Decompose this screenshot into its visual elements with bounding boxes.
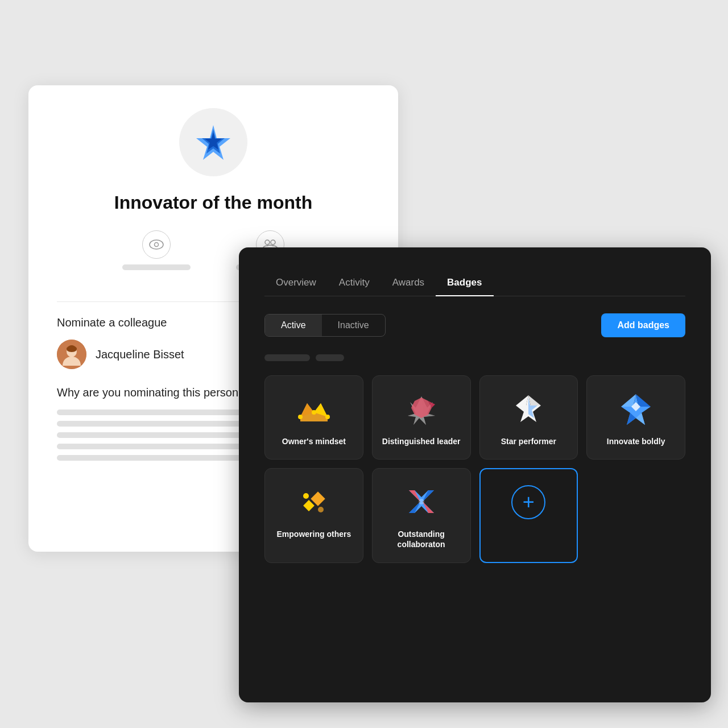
inactive-toggle[interactable]: Inactive [322,315,385,336]
tab-overview[interactable]: Overview [264,270,328,296]
arrows-cross-icon [403,485,440,521]
star-burst-icon [510,392,547,428]
svg-point-33 [318,507,324,512]
snowflake-icon [618,392,654,428]
svg-point-5 [265,240,270,245]
badge-label: Distinguished leader [382,436,461,446]
badge-avatar-circle [179,108,247,176]
tab-activity[interactable]: Activity [328,270,381,296]
tab-badges[interactable]: Badges [436,270,493,296]
controls-row: Active Inactive Add badges [264,313,685,337]
svg-point-12 [298,415,303,419]
toggle-group: Active Inactive [264,314,386,337]
svg-point-4 [155,243,159,247]
badge-empowering-others[interactable]: Empowering others [264,468,363,562]
svg-rect-30 [311,491,325,506]
svg-rect-31 [303,500,315,511]
badge-distinguished-leader[interactable]: Distinguished leader [372,375,471,460]
badge-label: Star performer [501,436,556,446]
filter-pill-1 [264,354,310,361]
svg-point-3 [150,240,163,249]
card-icon-eye [122,230,191,270]
active-toggle[interactable]: Active [265,315,322,336]
eye-icon [142,230,171,259]
badge-innovate-boldly[interactable]: Innovate boldly [586,375,685,460]
badges-grid: Owner's mindset Distinguished leader [264,375,685,563]
svg-point-39 [419,499,424,504]
badge-label: Innovate boldly [607,436,665,446]
person-name: Jacqueline Bisset [96,348,184,361]
filter-pills [264,354,685,361]
dark-card: Overview Activity Awards Badges Active I… [239,247,711,702]
star-arrow-icon [403,392,440,428]
main-star-icon [193,122,233,162]
eye-bar [122,264,191,270]
badge-add-card[interactable]: + [479,468,578,562]
card-top: Innovator of the month [57,108,370,270]
badge-outstanding-collaboraton[interactable]: Outstanding collaboraton [372,468,471,562]
filter-pill-2 [316,354,344,361]
badge-label: Outstanding collaboraton [382,529,461,549]
svg-point-6 [271,240,275,245]
card-title: Innovator of the month [114,192,312,213]
tab-awards[interactable]: Awards [381,270,436,296]
tabs-row: Overview Activity Awards Badges [264,270,685,296]
person-avatar [57,340,86,369]
diamond-icon [296,485,332,521]
text-line-5 [57,455,245,461]
badge-star-performer[interactable]: Star performer [479,375,578,460]
svg-point-13 [312,410,316,415]
svg-point-32 [303,493,309,499]
badge-owners-mindset[interactable]: Owner's mindset [264,375,363,460]
add-badges-button[interactable]: Add badges [601,313,685,337]
add-icon: + [511,485,545,519]
svg-point-14 [325,415,330,419]
crown-icon [296,392,332,428]
badge-label: Owner's mindset [282,436,346,446]
badge-label: Empowering others [277,529,351,539]
